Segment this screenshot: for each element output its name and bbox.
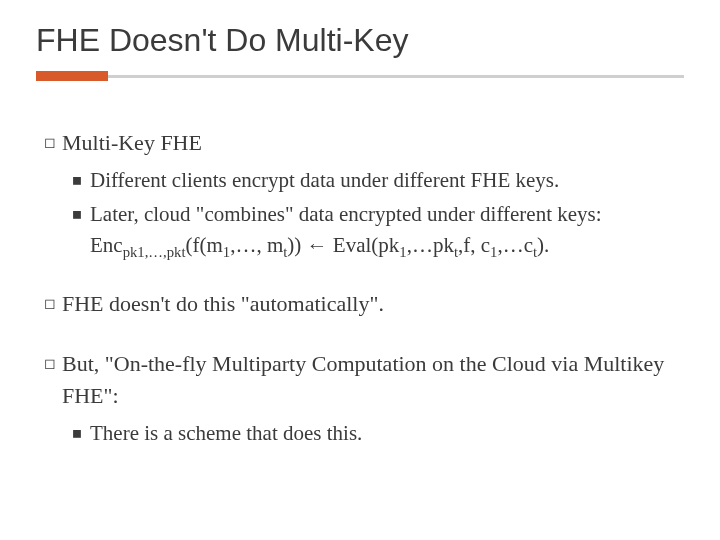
spacer: [36, 336, 684, 348]
bullet-text: Multi-Key FHE: [62, 127, 684, 159]
bullet-text: FHE doesn't do this "automatically".: [62, 288, 684, 320]
solid-square-bullet-icon: ◼: [72, 206, 90, 223]
bullet-fhe-doesnt: ◻ FHE doesn't do this "automatically".: [44, 288, 684, 320]
slide-title: FHE Doesn't Do Multi-Key: [36, 22, 684, 59]
t: )) ← Eval(pk: [287, 233, 399, 257]
title-rule: [36, 71, 684, 81]
subbullet-text: Later, cloud "combines" data encrypted u…: [90, 199, 684, 260]
subbullet-different-clients: ◼ Different clients encrypt data under d…: [72, 165, 684, 195]
sub: pk1,…,pkt: [123, 244, 186, 260]
square-bullet-icon: ◻: [44, 294, 62, 314]
slide: FHE Doesn't Do Multi-Key ◻ Multi-Key FHE…: [0, 0, 720, 540]
bullet-text: But, "On-the-fly Multiparty Computation …: [62, 348, 684, 412]
t: ).: [537, 233, 549, 257]
spacer: [36, 264, 684, 288]
bullet-multikey-fhe: ◻ Multi-Key FHE: [44, 127, 684, 159]
t: ,…c: [497, 233, 533, 257]
t: ,f, c: [458, 233, 490, 257]
subbullet-text: There is a scheme that does this.: [90, 418, 684, 448]
bullet-on-the-fly: ◻ But, "On-the-fly Multiparty Computatio…: [44, 348, 684, 412]
subbullet-later-cloud: ◼ Later, cloud "combines" data encrypted…: [72, 199, 684, 260]
square-bullet-icon: ◻: [44, 354, 62, 374]
t: ,…, m: [230, 233, 283, 257]
sub: 1: [399, 244, 406, 260]
subbullet-text: Different clients encrypt data under dif…: [90, 165, 684, 195]
solid-square-bullet-icon: ◼: [72, 172, 90, 189]
square-bullet-icon: ◻: [44, 133, 62, 153]
subbullet-there-is-scheme: ◼ There is a scheme that does this.: [72, 418, 684, 448]
rule-orange: [36, 71, 108, 81]
t: (f(m: [186, 233, 223, 257]
solid-square-bullet-icon: ◼: [72, 425, 90, 442]
rule-grey: [36, 75, 684, 78]
t: ,…pk: [407, 233, 454, 257]
